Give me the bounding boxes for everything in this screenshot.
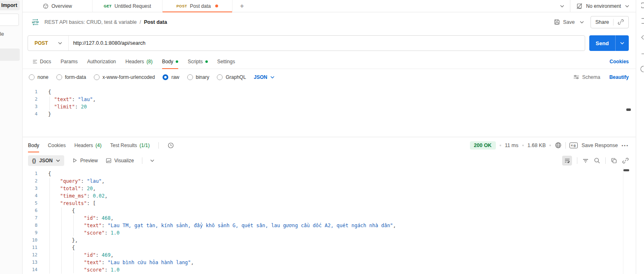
tab-response-cookies[interactable]: Cookies: [48, 138, 65, 152]
code-line[interactable]: 12 "id": 469,: [23, 251, 636, 259]
code-text: },: [42, 237, 78, 244]
code-line[interactable]: 1{: [23, 170, 636, 177]
mode-x-www-form-urlencoded[interactable]: x-www-form-urlencoded: [94, 74, 155, 80]
code-line[interactable]: 1{: [23, 88, 636, 96]
tab-label: Cookies: [48, 143, 65, 148]
app-window: Import le Overview GET Untitled Request …: [0, 0, 644, 274]
mode-graphql[interactable]: GraphQL: [217, 74, 246, 80]
schema-button[interactable]: Schema: [573, 74, 600, 80]
tab-params[interactable]: Params: [60, 55, 77, 69]
code-line[interactable]: 3 "total": 20,: [23, 185, 636, 192]
code-line[interactable]: 2 "query": "lau",: [23, 177, 636, 185]
response-size[interactable]: 1.68 KB: [528, 143, 546, 148]
tab-options-chevron-icon[interactable]: [560, 5, 564, 7]
copy-link-icon[interactable]: [618, 19, 624, 25]
network-globe-icon[interactable]: [555, 142, 562, 149]
docs-icon: [33, 59, 37, 64]
save-button[interactable]: Save: [554, 19, 575, 25]
save-options-chevron-icon[interactable]: [580, 21, 584, 23]
rail-partial-icon[interactable]: [640, 35, 644, 40]
send-button[interactable]: Send: [589, 35, 629, 51]
tab-scripts[interactable]: Scripts: [188, 55, 208, 69]
filter-icon[interactable]: [582, 158, 589, 163]
tab-response-body[interactable]: Body: [28, 138, 39, 152]
scripts-content-dot: [205, 60, 208, 63]
code-line[interactable]: 13 "text": "Lau bình cứu hỏa hành lang",: [23, 259, 636, 266]
radio-icon[interactable]: [94, 74, 100, 80]
request-body-editor[interactable]: 1{2 "text": "lau",3 "limit": 204}: [23, 85, 636, 137]
no-environment-icon: [576, 3, 583, 9]
sidebar-item-truncated[interactable]: le: [0, 31, 4, 37]
beautify-link[interactable]: Beautify: [609, 74, 629, 80]
tab-response-headers[interactable]: Headers (4): [74, 138, 102, 152]
rail-partial-icon[interactable]: [640, 66, 644, 72]
search-icon[interactable]: [594, 157, 600, 164]
mode-raw[interactable]: raw: [163, 74, 179, 80]
save-response-button[interactable]: Save Response: [581, 143, 618, 148]
code-line[interactable]: 4}: [23, 111, 636, 118]
share-button[interactable]: Share: [591, 16, 629, 28]
line-number: 13: [23, 259, 42, 266]
tab-headers[interactable]: Headers (8): [126, 55, 153, 69]
code-line[interactable]: 5 "results": [: [23, 200, 636, 207]
tab-post-data[interactable]: POST Post data: [163, 0, 232, 12]
viewer-options-chevron-icon[interactable]: [150, 159, 154, 162]
code-line[interactable]: 7 "id": 468,: [23, 214, 636, 222]
code-line[interactable]: 4 "time_ms": 0.02,: [23, 192, 636, 200]
url-input[interactable]: http://127.0.0.1:8080/api/search: [69, 40, 146, 46]
wrap-text-button[interactable]: [562, 156, 572, 166]
code-line[interactable]: 2 "text": "lau",: [23, 96, 636, 103]
copy-icon[interactable]: [611, 157, 617, 164]
raw-language-selector[interactable]: JSON: [254, 74, 274, 80]
rail-partial-icon[interactable]: [640, 51, 644, 57]
response-format-selector[interactable]: {} JSON: [28, 155, 64, 166]
mode-form-data[interactable]: form-data: [56, 74, 86, 80]
code-line[interactable]: 10 },: [23, 237, 636, 244]
response-body-editor[interactable]: 1{2 "query": "lau",3 "total": 20,4 "time…: [23, 168, 636, 274]
mode-none[interactable]: none: [29, 74, 49, 80]
response-more-options-icon[interactable]: •••: [621, 143, 629, 148]
preview-button[interactable]: Preview: [72, 158, 98, 163]
response-editor-scrollbar[interactable]: [623, 169, 629, 171]
link-icon[interactable]: [622, 157, 629, 164]
radio-icon[interactable]: [217, 74, 223, 80]
code-line[interactable]: 14 "score": 1.0: [23, 266, 636, 274]
radio-checked-icon[interactable]: [163, 74, 168, 80]
radio-icon[interactable]: [29, 74, 35, 80]
unsaved-changes-dot: [215, 5, 218, 7]
tab-authorization[interactable]: Authorization: [87, 55, 116, 69]
send-options-chevron-icon[interactable]: [616, 35, 629, 51]
new-tab-button[interactable]: +: [236, 0, 248, 12]
import-button[interactable]: Import: [0, 0, 20, 10]
request-editor-scrollbar[interactable]: [626, 108, 631, 111]
tab-body[interactable]: Body: [162, 55, 178, 69]
sidebar-selected-row[interactable]: [0, 48, 20, 61]
rail-partial-icon[interactable]: [640, 18, 644, 24]
rail-partial-icon[interactable]: [640, 2, 644, 8]
radio-icon[interactable]: [187, 74, 193, 80]
tab-settings[interactable]: Settings: [217, 55, 235, 69]
environment-selector[interactable]: No environment: [586, 3, 621, 9]
environment-chevron-icon[interactable]: [625, 5, 629, 7]
breadcrumb-collection[interactable]: REST API basics: CRUD, test & variable: [44, 19, 137, 25]
status-badge[interactable]: 200 OK: [470, 141, 496, 150]
code-line[interactable]: 6 {: [23, 207, 636, 214]
tab-overview[interactable]: Overview: [23, 0, 93, 12]
tab-test-results[interactable]: Test Results (1/1): [110, 138, 150, 152]
response-time[interactable]: 11 ms: [505, 143, 518, 148]
visualize-button[interactable]: Visualize: [106, 158, 134, 163]
code-line[interactable]: 8 "text": "Lau TM, gạt tàn, kính sảnh, đ…: [23, 222, 636, 229]
tab-untitled-request[interactable]: GET Untitled Request: [93, 0, 163, 12]
code-line[interactable]: 11 {: [23, 244, 636, 251]
divider: [142, 157, 142, 164]
sidebar-search-input[interactable]: [0, 14, 19, 26]
radio-icon[interactable]: [56, 74, 62, 80]
code-line[interactable]: 9 "score": 1.0: [23, 229, 636, 237]
code-line[interactable]: 3 "limit": 20: [23, 103, 636, 111]
response-history-icon[interactable]: [167, 142, 174, 149]
mode-binary[interactable]: binary: [187, 74, 209, 80]
cookies-link[interactable]: Cookies: [609, 59, 629, 64]
tab-docs[interactable]: Docs: [33, 55, 51, 69]
method-selector[interactable]: POST: [28, 36, 68, 51]
method-label: POST: [35, 40, 48, 46]
